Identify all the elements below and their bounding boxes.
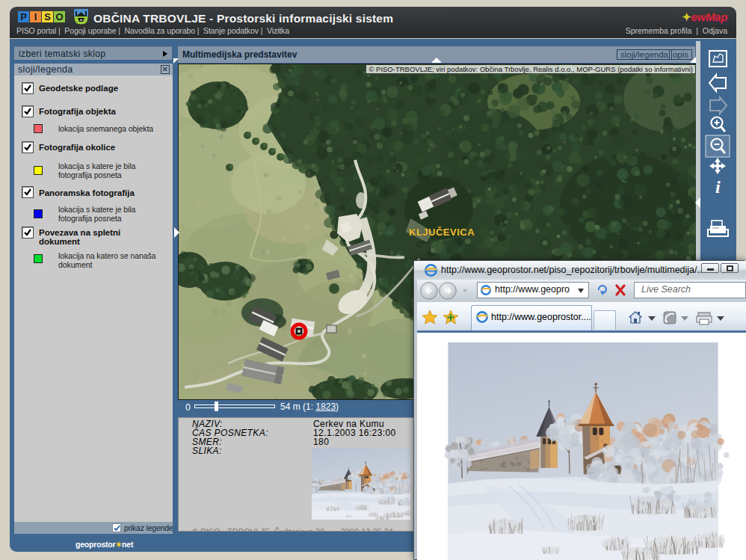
svg-text:i: i	[715, 177, 721, 197]
svg-text:KLJUČEVICA: KLJUČEVICA	[409, 227, 475, 238]
